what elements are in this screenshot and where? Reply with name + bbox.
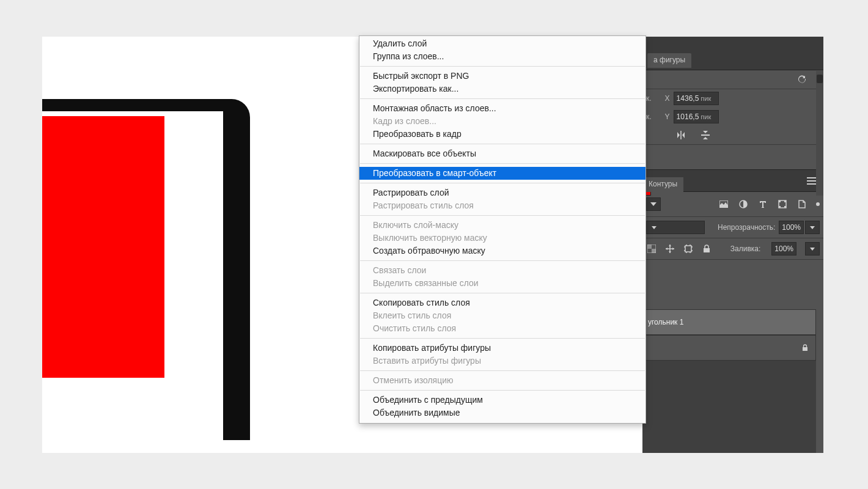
monitor-mockup	[42, 99, 250, 440]
menu-item[interactable]: Растрировать слой	[359, 186, 645, 199]
menu-item[interactable]: Объединить с предыдущим	[359, 394, 645, 406]
svg-rect-3	[807, 180, 817, 182]
properties-scrollbar[interactable]	[816, 71, 823, 196]
opacity-value: 100%	[782, 223, 801, 232]
swatch-row	[642, 144, 823, 167]
menu-item: Отменить изоляцию	[359, 374, 645, 387]
menu-item[interactable]: Объединить видимые	[359, 406, 645, 419]
x-input[interactable]: 1436,5 пик	[674, 92, 719, 105]
layer-filter-dropdown[interactable]	[646, 197, 661, 211]
y-unit: пик	[701, 113, 711, 120]
svg-rect-9	[784, 200, 786, 202]
scrollbar-thumb[interactable]	[817, 75, 823, 83]
menu-item[interactable]: Экспортировать как...	[359, 83, 645, 95]
fill-value: 100%	[774, 244, 793, 253]
menu-separator	[360, 293, 645, 293]
menu-separator	[360, 144, 645, 144]
blend-mode-dropdown[interactable]	[646, 221, 705, 234]
menu-item: Выделить связанные слои	[359, 277, 645, 290]
x-value: 1436,5	[677, 94, 699, 103]
filter-smart-icon[interactable]	[796, 199, 807, 210]
shape-rectangle[interactable]	[42, 116, 164, 378]
layer-context-menu[interactable]: Удалить слойГруппа из слоев...Быстрый эк…	[359, 35, 646, 424]
k-suffix: к.	[646, 94, 652, 103]
svg-rect-4	[807, 183, 817, 185]
menu-item[interactable]: Удалить слой	[359, 37, 645, 50]
menu-item: Кадр из слоев...	[359, 115, 645, 128]
layer-name: угольник 1	[648, 318, 683, 326]
layers-filter-row	[642, 192, 823, 217]
filter-type-icon[interactable]	[757, 199, 768, 210]
menu-item: Вклеить стиль слоя	[359, 309, 645, 322]
svg-rect-11	[784, 206, 786, 208]
menu-item: Включить слой-маску	[359, 219, 645, 232]
monitor-screen	[42, 111, 223, 440]
menu-separator	[360, 390, 645, 391]
opacity-input[interactable]: 100%	[779, 221, 804, 234]
lock-icon	[800, 342, 811, 353]
opacity-row: Непрозрачность: 100%	[642, 217, 823, 238]
svg-rect-13	[647, 244, 652, 249]
svg-rect-0	[680, 131, 682, 139]
filter-adjustment-icon[interactable]	[738, 199, 749, 210]
svg-rect-16	[704, 248, 710, 252]
canvas-area	[42, 37, 289, 453]
menu-separator	[360, 98, 645, 99]
menu-item[interactable]: Преобразовать в кадр	[359, 128, 645, 141]
fill-input[interactable]: 100%	[771, 242, 796, 256]
menu-item[interactable]: Монтажная область из слоев...	[359, 102, 645, 115]
layer-item-selected[interactable]: угольник 1	[642, 309, 816, 335]
y-field-row: к. Y 1016,5 пик	[642, 108, 823, 126]
properties-tab[interactable]: а фигуры	[642, 37, 823, 70]
lock-artboard-icon[interactable]	[683, 243, 694, 254]
menu-separator	[360, 338, 645, 339]
menu-item[interactable]: Создать обтравочную маску	[359, 244, 645, 257]
menu-separator	[360, 370, 645, 371]
menu-item[interactable]: Скопировать стиль слоя	[359, 296, 645, 309]
svg-rect-8	[779, 200, 781, 202]
svg-rect-2	[807, 177, 817, 178]
menu-item[interactable]: Маскировать все объекты	[359, 147, 645, 160]
menu-item: Выключить векторную маску	[359, 232, 645, 244]
svg-rect-1	[701, 134, 710, 136]
menu-separator	[360, 66, 645, 67]
filter-pixel-icon[interactable]	[718, 199, 729, 210]
filter-toggle-icon[interactable]	[816, 202, 820, 206]
menu-item[interactable]: Преобразовать в смарт-объект	[359, 167, 645, 180]
properties-reset-row	[642, 70, 823, 89]
lock-position-icon[interactable]	[664, 243, 675, 254]
layer-item-background[interactable]	[642, 335, 816, 361]
menu-separator	[360, 183, 645, 183]
opacity-caret[interactable]	[805, 221, 820, 234]
svg-rect-10	[779, 206, 781, 208]
lock-transparency-icon[interactable]	[646, 243, 657, 254]
svg-rect-17	[803, 347, 807, 351]
lock-all-icon[interactable]	[701, 243, 712, 254]
menu-item[interactable]: Группа из слоев...	[359, 50, 645, 63]
svg-rect-14	[652, 249, 656, 253]
menu-separator	[360, 215, 645, 216]
layers-list: угольник 1	[642, 309, 816, 453]
y-input[interactable]: 1016,5 пик	[674, 110, 719, 123]
fill-caret[interactable]	[805, 242, 820, 256]
y-value: 1016,5	[677, 112, 699, 121]
align-vertical-center-icon[interactable]	[700, 130, 711, 141]
menu-separator	[360, 163, 645, 164]
menu-item: Очистить стиль слоя	[359, 322, 645, 335]
menu-item: Растрировать стиль слоя	[359, 199, 645, 212]
contours-tab-label: Контуры	[642, 177, 683, 192]
menu-item[interactable]: Копировать атрибуты фигуры	[359, 342, 645, 355]
panels-dock: а фигуры к. X 1436,5 пик к. Y 1016,5 пик	[642, 37, 823, 453]
x-field-row: к. X 1436,5 пик	[642, 89, 823, 108]
contours-panel-header[interactable]: Контуры	[642, 169, 823, 192]
app-window: а фигуры к. X 1436,5 пик к. Y 1016,5 пик	[42, 37, 823, 453]
filter-shape-icon[interactable]	[777, 199, 788, 210]
svg-rect-15	[685, 246, 691, 252]
menu-item[interactable]: Быстрый экспорт в PNG	[359, 70, 645, 83]
x-unit: пик	[701, 95, 711, 102]
lock-row: Заливка: 100%	[642, 238, 823, 260]
reset-icon[interactable]	[796, 74, 807, 85]
flip-horizontal-icon[interactable]	[675, 130, 686, 141]
menu-separator	[360, 260, 645, 261]
y-label: Y	[665, 112, 670, 121]
